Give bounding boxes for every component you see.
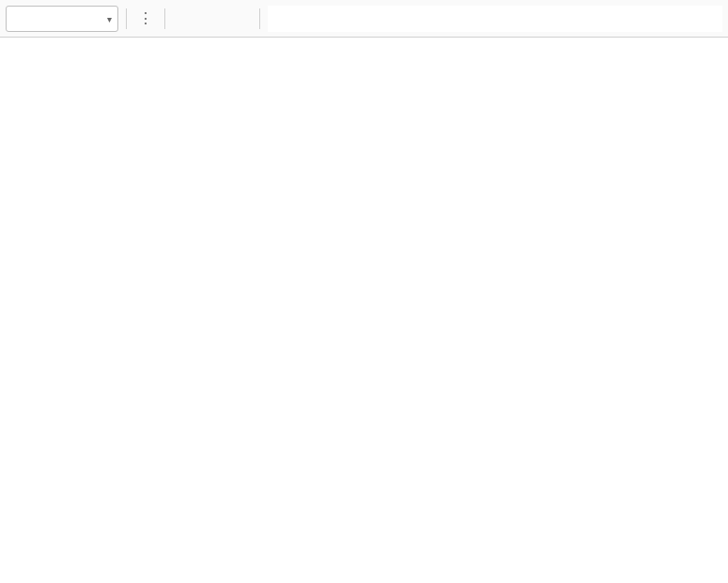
name-box[interactable]: ▾ [6,6,118,32]
cancel-formula-button[interactable] [173,8,195,30]
chevron-down-icon[interactable]: ▾ [107,13,112,23]
accept-formula-button[interactable] [201,8,224,30]
formula-bar: ▾ ⋮ [0,0,728,38]
divider [164,8,165,29]
formula-input[interactable] [268,6,722,32]
insert-function-button[interactable] [229,8,252,30]
divider [126,8,127,29]
kebab-icon[interactable]: ⋮ [134,11,157,26]
divider [259,8,260,29]
